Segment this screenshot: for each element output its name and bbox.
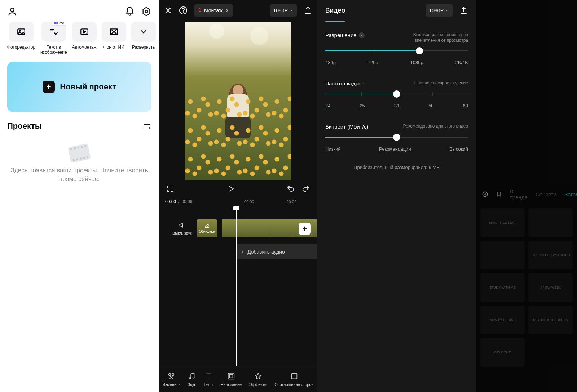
bitrate-slider[interactable]	[325, 136, 468, 138]
add-audio-button[interactable]: +Добавить аудио	[236, 244, 317, 259]
svg-point-12	[193, 377, 194, 378]
play-icon[interactable]	[226, 184, 235, 193]
home-topbar	[7, 6, 151, 17]
svg-text:AI: AI	[115, 32, 118, 35]
template-card[interactable]: MAIN TITLE TEXT	[480, 208, 525, 237]
help-icon[interactable]	[179, 6, 188, 15]
template-card[interactable]: RETRO OUTFIT IDEAS	[528, 306, 573, 334]
tool-label: Фоторедактор	[7, 45, 35, 50]
bookmark-icon[interactable]	[496, 190, 502, 199]
export-topbar: Видео 1080P	[317, 0, 476, 21]
new-project-button[interactable]: + Новый проект	[7, 62, 151, 112]
nav-overlay[interactable]: Наложение	[221, 372, 242, 387]
template-grid: MAIN TITLE TEXT THANKS FOR WATCHING STUD…	[476, 205, 577, 370]
tool-label: Фон от ИИ	[103, 45, 124, 50]
resolution-setting: Разрешение? Высокое разрешение: ярче впе…	[325, 32, 468, 65]
editor-topbar: Монтаж 1080P	[159, 0, 317, 21]
export-title: Видео	[325, 6, 345, 14]
home-panel: Фоторедактор Free Текст в изображение AI…	[0, 0, 159, 392]
add-clip-button[interactable]: +	[299, 223, 311, 235]
svg-rect-13	[228, 373, 234, 379]
tool-ai-background[interactable]: AI Фон от ИИ	[102, 22, 126, 55]
time-display: 00:00 / 00:06 00:00 00:02	[159, 197, 317, 207]
export-panel: Видео 1080P Разрешение? Высокое разрешен…	[317, 0, 476, 392]
editor-panel: Монтаж 1080P 00:00 / 00:06	[159, 0, 317, 392]
tool-label: Автомонтаж	[72, 45, 97, 50]
template-tabs: В тренде Соцсети Заголовок	[476, 184, 577, 205]
export-icon[interactable]	[459, 6, 468, 15]
montage-button[interactable]: Монтаж	[194, 4, 233, 17]
playback-controls	[159, 181, 317, 197]
sort-icon[interactable]	[143, 122, 151, 130]
svg-point-1	[145, 10, 148, 13]
preview-area	[159, 21, 317, 181]
projects-heading: Проекты	[7, 121, 42, 131]
bell-icon[interactable]	[125, 6, 135, 17]
profile-icon[interactable]	[7, 6, 17, 17]
fullscreen-icon[interactable]	[166, 184, 175, 193]
nav-text[interactable]: Текст	[203, 372, 213, 387]
undo-icon[interactable]	[286, 184, 295, 193]
svg-text:AI: AI	[85, 32, 88, 35]
flame-icon	[197, 8, 202, 13]
total-time: 00:06	[181, 199, 192, 204]
tab-title[interactable]: Заголовок	[564, 191, 577, 197]
svg-point-0	[10, 8, 14, 12]
export-resolution-dropdown[interactable]: 1080P	[426, 4, 453, 17]
tab-trending[interactable]: В тренде	[510, 188, 528, 200]
tool-label: Текст в изображение	[40, 45, 67, 55]
export-settings: Разрешение? Высокое разрешение: ярче впе…	[317, 22, 476, 180]
plus-icon: +	[43, 81, 55, 93]
tool-label: Развернуть	[132, 45, 155, 50]
resolution-dropdown[interactable]: 1080P	[270, 4, 297, 17]
timeline-ruler: 00:00 00:02	[244, 200, 296, 204]
template-card[interactable]: NEW life BEGINS	[480, 306, 525, 334]
film-icon	[68, 143, 91, 163]
svg-rect-14	[229, 374, 233, 378]
nav-edit[interactable]: Изменить	[162, 372, 180, 387]
resolution-slider[interactable]	[325, 50, 468, 52]
template-card[interactable]: STUDY WITH ME	[480, 273, 525, 302]
tool-expand[interactable]: Развернуть	[131, 22, 156, 55]
template-card[interactable]	[480, 241, 525, 270]
tool-text-to-image[interactable]: Free Текст в изображение	[40, 22, 67, 55]
nav-audio[interactable]: Звук	[188, 372, 196, 387]
current-time: 00:00	[165, 199, 176, 204]
help-icon[interactable]: ?	[359, 32, 365, 38]
template-card[interactable]: A NEW WEEK	[528, 273, 573, 302]
template-card[interactable]: WELCOME	[480, 338, 525, 367]
cover-button[interactable]: Обложка	[197, 219, 217, 237]
timeline[interactable]: Выкл. звук Обложка + +Добавить аудио	[159, 207, 317, 366]
playhead[interactable]	[236, 207, 237, 366]
empty-text: Здесь появятся ваши проекты. Начните тво…	[7, 166, 151, 184]
nav-ratio[interactable]: Соотношение сторон	[274, 372, 313, 387]
filter-off-icon[interactable]	[482, 190, 488, 199]
templates-panel: В тренде Соцсети Заголовок MAIN TITLE TE…	[476, 0, 577, 392]
svg-point-11	[189, 377, 191, 379]
svg-rect-15	[291, 373, 297, 379]
projects-empty-state: Здесь появятся ваши проекты. Начните тво…	[7, 145, 151, 184]
fps-slider[interactable]	[325, 93, 468, 95]
free-badge: Free	[52, 21, 66, 25]
montage-label: Монтаж	[204, 8, 223, 13]
template-card[interactable]	[528, 208, 573, 237]
mute-button[interactable]: Выкл. звук	[172, 222, 192, 235]
close-icon[interactable]	[164, 6, 172, 15]
redo-icon[interactable]	[301, 184, 310, 193]
svg-point-16	[483, 192, 488, 197]
projects-header: Проекты	[7, 121, 151, 131]
editor-bottom-nav: Изменить Звук Текст Наложение Эффекты Со…	[159, 366, 317, 392]
tool-photo-editor[interactable]: Фоторедактор	[7, 22, 35, 55]
bitrate-setting: Битрейт (Мбит/с) Рекомендовано для этого…	[325, 124, 468, 152]
tab-social[interactable]: Соцсети	[536, 191, 556, 197]
tool-auto-edit[interactable]: AI Автомонтаж	[72, 22, 97, 55]
preview-image[interactable]	[185, 22, 291, 180]
new-project-label: Новый проект	[60, 82, 116, 92]
estimated-filesize: Приблизительный размер файла: 9 МБ	[325, 165, 468, 170]
settings-icon[interactable]	[141, 6, 151, 17]
export-icon[interactable]	[304, 6, 312, 15]
fps-setting: Частота кадров Плавное воспроизведение 2…	[325, 80, 468, 108]
tool-shortcuts: Фоторедактор Free Текст в изображение AI…	[7, 22, 151, 55]
nav-effects[interactable]: Эффекты	[249, 372, 267, 387]
template-card[interactable]: THANKS FOR WATCHING	[528, 241, 573, 270]
